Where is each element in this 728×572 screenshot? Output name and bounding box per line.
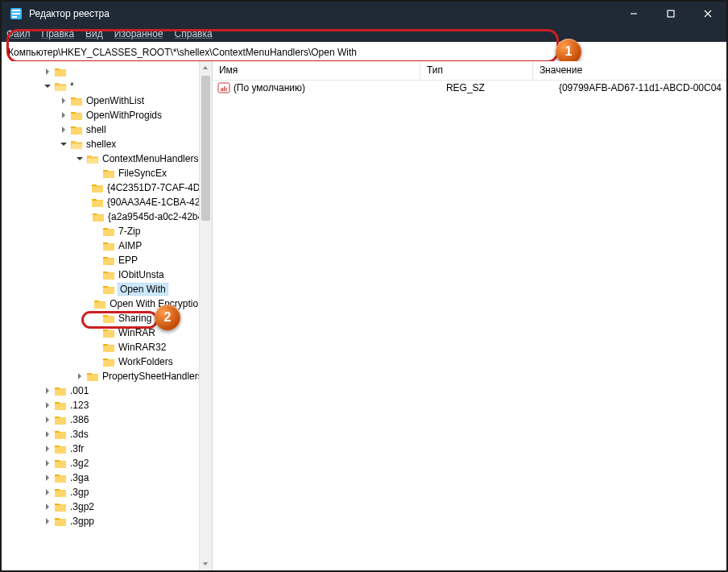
- tree-item-label: EPP: [118, 255, 138, 266]
- address-bar[interactable]: Компьютер\HKEY_CLASSES_ROOT\*\shellex\Co…: [2, 42, 726, 63]
- tree-item[interactable]: OpenWithList: [2, 93, 212, 108]
- tw-collapsed-icon[interactable]: [42, 414, 53, 425]
- scroll-down-icon[interactable]: [200, 557, 212, 570]
- tree-item[interactable]: Sharing: [2, 311, 212, 325]
- tree-item[interactable]: 7-Zip: [2, 224, 212, 238]
- folder-icon: [70, 124, 83, 135]
- tree-item[interactable]: EPP: [2, 253, 212, 267]
- tw-none: [90, 168, 101, 179]
- tree-item-label: WorkFolders: [118, 356, 173, 367]
- tw-collapsed-icon[interactable]: [58, 124, 69, 135]
- folder-icon: [93, 298, 106, 309]
- tree-item[interactable]: .3gp: [2, 485, 212, 499]
- tw-collapsed-icon[interactable]: [42, 385, 53, 396]
- tree-item-label: Open With EncryptionM: [110, 298, 212, 309]
- tree-item[interactable]: shell: [2, 122, 212, 137]
- tree-item-label: .3gp2: [70, 501, 94, 512]
- tree-item[interactable]: AIMP: [2, 238, 212, 253]
- tw-expanded-icon[interactable]: [58, 139, 69, 150]
- tree-item[interactable]: .3fr: [2, 441, 212, 456]
- tw-expanded-icon[interactable]: [42, 81, 53, 92]
- folder-icon: [102, 284, 115, 295]
- tree-item-cmh[interactable]: ContextMenuHandlers: [2, 151, 212, 166]
- scroll-thumb[interactable]: [201, 76, 210, 221]
- tree-item-open-with[interactable]: Open With: [2, 282, 212, 296]
- string-value-icon: [217, 81, 230, 94]
- column-headers[interactable]: Имя Тип Значение: [213, 61, 726, 81]
- svg-rect-6: [668, 10, 674, 17]
- tree-item[interactable]: .001: [2, 383, 212, 398]
- tree-item-label: .3gp: [70, 487, 89, 498]
- col-value[interactable]: Значение: [533, 61, 726, 80]
- tw-none: [90, 313, 101, 324]
- col-name[interactable]: Имя: [213, 61, 420, 80]
- tw-collapsed-icon[interactable]: [42, 501, 53, 512]
- tw-collapsed-icon[interactable]: [42, 429, 53, 440]
- tree-item[interactable]: .3ga: [2, 470, 212, 485]
- menu-edit[interactable]: Правка: [42, 28, 75, 39]
- menu-bar: Файл Правка Вид Избранное Справка: [2, 26, 726, 42]
- tw-collapsed-icon[interactable]: [42, 487, 53, 498]
- tree-item[interactable]: PropertySheetHandlers: [2, 369, 212, 383]
- folder-icon: [102, 313, 115, 324]
- tree-item[interactable]: .386: [2, 412, 212, 427]
- tw-expanded-icon[interactable]: [74, 153, 85, 164]
- folder-icon: [102, 226, 115, 237]
- folder-icon: [86, 153, 99, 164]
- tree-item[interactable]: shellex: [2, 137, 212, 151]
- folder-icon: [91, 182, 104, 193]
- tree-item[interactable]: WinRAR32: [2, 340, 212, 354]
- folder-icon: [54, 400, 67, 411]
- tree-item[interactable]: IObitUnsta: [2, 267, 212, 282]
- tw-none: [90, 240, 101, 251]
- values-pane[interactable]: Имя Тип Значение (По умолчанию) REG_SZ {…: [213, 61, 726, 570]
- value-row[interactable]: (По умолчанию) REG_SZ {09799AFB-AD67-11d…: [213, 81, 726, 95]
- tw-collapsed-icon[interactable]: [58, 110, 69, 121]
- tree-item[interactable]: WinRAR: [2, 325, 212, 340]
- tree-item-label: {a2a9545d-a0c2-42b4-9: [108, 211, 212, 222]
- tree-item[interactable]: WorkFolders: [2, 354, 212, 369]
- tw-collapsed-icon[interactable]: [42, 66, 53, 77]
- tree-item[interactable]: {4C2351D7-7CAF-4D5D: [2, 180, 212, 195]
- tree-scrollbar[interactable]: [199, 61, 212, 570]
- folder-icon: [91, 197, 104, 208]
- tree-item[interactable]: .3gp2: [2, 499, 212, 514]
- tw-collapsed-icon[interactable]: [74, 371, 85, 382]
- tw-collapsed-icon[interactable]: [42, 400, 53, 411]
- tree-item-star[interactable]: *: [2, 79, 212, 93]
- tree-pane[interactable]: *OpenWithListOpenWithProgidsshellshellex…: [2, 61, 213, 570]
- minimize-button[interactable]: [615, 2, 652, 26]
- folder-icon: [70, 95, 83, 106]
- tree-item[interactable]: .3gpp: [2, 514, 212, 528]
- tw-collapsed-icon[interactable]: [42, 458, 53, 469]
- tree-item-label: 7-Zip: [118, 226, 140, 237]
- tree-item[interactable]: {90AA3A4E-1CBA-4233-: [2, 195, 212, 209]
- close-button[interactable]: [689, 2, 726, 26]
- address-text: Компьютер\HKEY_CLASSES_ROOT\*\shellex\Co…: [8, 47, 357, 58]
- menu-file[interactable]: Файл: [6, 28, 31, 39]
- tw-none: [90, 327, 101, 338]
- tw-none: [90, 226, 101, 237]
- tree-item[interactable]: FileSyncEx: [2, 166, 212, 180]
- tree-item-label: FileSyncEx: [118, 168, 167, 179]
- tw-collapsed-icon[interactable]: [42, 516, 53, 527]
- tree-item[interactable]: .3g2: [2, 456, 212, 470]
- tree-item[interactable]: [2, 64, 212, 79]
- folder-icon: [54, 385, 67, 396]
- tw-collapsed-icon[interactable]: [42, 443, 53, 454]
- menu-help[interactable]: Справка: [175, 28, 213, 39]
- maximize-button[interactable]: [652, 2, 689, 26]
- tree-item[interactable]: .123: [2, 398, 212, 412]
- menu-fav[interactable]: Избранное: [114, 28, 163, 39]
- tree-item[interactable]: {a2a9545d-a0c2-42b4-9: [2, 209, 212, 224]
- tw-collapsed-icon[interactable]: [42, 472, 53, 483]
- tree-item-label: PropertySheetHandlers: [102, 371, 203, 382]
- tree-item[interactable]: OpenWithProgids: [2, 108, 212, 122]
- scroll-up-icon[interactable]: [200, 61, 212, 74]
- tw-collapsed-icon[interactable]: [58, 95, 69, 106]
- tree-item[interactable]: .3ds: [2, 427, 212, 441]
- tree-item[interactable]: Open With EncryptionM: [2, 296, 212, 311]
- folder-icon: [54, 429, 67, 440]
- col-type[interactable]: Тип: [420, 61, 533, 80]
- menu-view[interactable]: Вид: [85, 28, 103, 39]
